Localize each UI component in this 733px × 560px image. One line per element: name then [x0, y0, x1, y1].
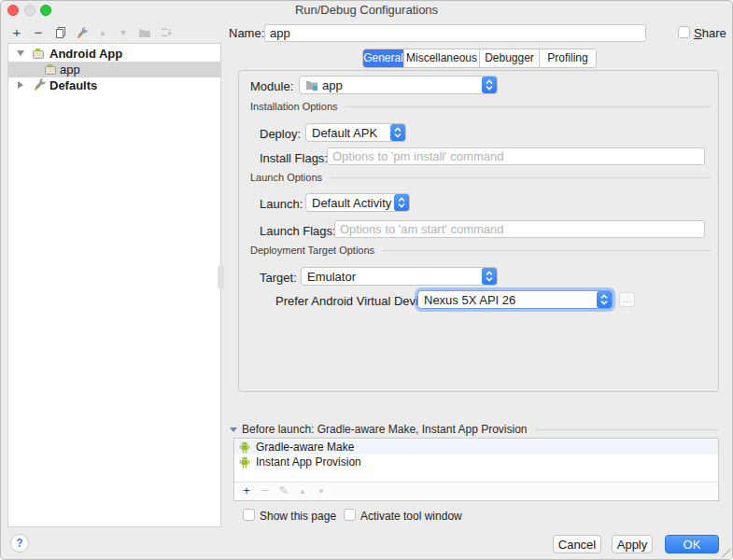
module-icon — [305, 78, 318, 91]
tab-debugger[interactable]: Debugger — [480, 49, 540, 67]
name-input[interactable] — [264, 24, 646, 42]
android-icon — [239, 441, 250, 454]
prefer-avd-select[interactable]: Nexus 5X API 26 — [417, 290, 613, 309]
move-down-icon: ▼ — [115, 24, 132, 41]
module-label: Module: — [250, 79, 293, 93]
deploy-value: Default APK — [312, 126, 377, 140]
show-this-page-checkbox[interactable] — [243, 509, 255, 521]
android-app-config-icon — [43, 62, 58, 77]
configurations-tree: Android App app Defaults — [7, 43, 221, 527]
dropdown-stepper-icon — [390, 124, 405, 141]
show-this-page-label: Show this page — [260, 510, 336, 523]
activate-tool-window-label: Activate tool window — [360, 510, 462, 523]
activate-tool-window-checkbox[interactable] — [344, 509, 356, 521]
share-mnemonic: S — [694, 26, 702, 40]
tree-item-label: app — [60, 63, 80, 77]
help-button[interactable]: ? — [10, 534, 29, 553]
deploy-label: Deploy: — [260, 127, 301, 141]
panel-splitter-handle[interactable] — [218, 265, 224, 289]
remove-icon[interactable]: − — [30, 24, 47, 41]
installation-options-separator: Installation Options — [250, 101, 712, 112]
resize-grip[interactable] — [722, 549, 731, 558]
titlebar[interactable]: Run/Debug Configurations — [0, 0, 733, 21]
launch-select[interactable]: Default Activity — [305, 193, 410, 212]
separator-line — [535, 429, 720, 430]
launch-options-header: Launch Options — [250, 172, 322, 183]
separator-line — [345, 106, 712, 107]
move-to-folder-icon — [136, 24, 153, 41]
chevron-collapsed-icon[interactable] — [18, 81, 23, 89]
target-select[interactable]: Emulator — [301, 267, 498, 286]
deploy-select[interactable]: Default APK — [305, 123, 406, 142]
module-value: app — [322, 78, 343, 92]
before-launch-header[interactable]: Before launch: Gradle-aware Make, Instan… — [230, 423, 719, 436]
task-label: Instant App Provision — [256, 455, 361, 469]
tab-profiling[interactable]: Profiling — [540, 49, 596, 67]
install-flags-input[interactable] — [327, 147, 705, 165]
task-label: Gradle-aware Make — [256, 441, 354, 454]
task-move-up-icon: ▲ — [295, 483, 310, 498]
tab-miscellaneous[interactable]: Miscellaneous — [404, 49, 480, 67]
edit-task-icon: ✎ — [276, 483, 291, 498]
copy-configuration-icon[interactable] — [52, 24, 69, 41]
android-icon — [239, 456, 250, 469]
task-toolbar: + − ✎ ▲ ▼ — [234, 482, 718, 500]
android-app-config-icon — [31, 46, 46, 61]
name-label: Name: — [229, 26, 264, 40]
window-title: Run/Debug Configurations — [0, 3, 733, 17]
add-task-icon[interactable]: + — [239, 483, 254, 498]
target-value: Emulator — [307, 270, 356, 284]
launch-flags-input[interactable] — [334, 220, 705, 238]
edit-defaults-icon[interactable] — [74, 24, 91, 41]
tree-item-defaults[interactable]: Defaults — [8, 77, 220, 93]
apply-button[interactable]: Apply — [612, 535, 653, 553]
prefer-avd-value: Nexus 5X API 26 — [424, 293, 515, 307]
share-label: Share — [694, 26, 726, 40]
before-launch-task-list: Gradle-aware Make Instant App Provision … — [233, 438, 719, 501]
dropdown-stepper-icon — [394, 194, 409, 211]
share-checkbox[interactable] — [678, 26, 690, 38]
task-row-gradle-aware-make[interactable]: Gradle-aware Make — [234, 440, 718, 455]
ok-button[interactable]: OK — [665, 535, 719, 553]
sort-configurations-icon — [158, 24, 175, 41]
dropdown-stepper-icon — [597, 291, 612, 308]
cancel-button[interactable]: Cancel — [553, 535, 601, 553]
prefer-avd-label: Prefer Android Virtual Device: — [275, 294, 434, 308]
launch-value: Default Activity — [312, 196, 391, 210]
chevron-expanded-icon[interactable] — [17, 50, 24, 56]
tree-item-label: Defaults — [49, 78, 97, 92]
move-up-icon: ▲ — [94, 24, 111, 41]
launch-flags-label: Launch Flags: — [260, 224, 336, 238]
tree-item-app[interactable]: app — [8, 62, 220, 77]
separator-line — [330, 177, 712, 178]
share-rest: hare — [702, 26, 726, 40]
launch-options-separator: Launch Options — [250, 172, 712, 183]
collapse-triangle-icon[interactable] — [230, 427, 237, 432]
deployment-target-options-header: Deployment Target Options — [250, 245, 374, 256]
module-select[interactable]: app — [299, 76, 498, 94]
settings-tab-bar: General Miscellaneous Debugger Profiling — [362, 49, 597, 68]
task-move-down-icon: ▼ — [314, 483, 329, 498]
before-launch-title: Before launch: Gradle-aware Make, Instan… — [242, 423, 528, 436]
dropdown-stepper-icon — [482, 268, 497, 285]
defaults-wrench-icon — [33, 77, 48, 92]
dropdown-stepper-icon — [482, 77, 497, 93]
tree-item-android-app[interactable]: Android App — [8, 46, 220, 62]
tab-general[interactable]: General — [363, 49, 404, 67]
add-icon[interactable]: + — [8, 24, 25, 41]
run-debug-configurations-dialog: Run/Debug Configurations + − ▲ ▼ Android… — [0, 0, 733, 560]
task-row-instant-app-provision[interactable]: Instant App Provision — [234, 455, 718, 469]
separator-line — [382, 250, 712, 251]
installation-options-header: Installation Options — [250, 101, 338, 112]
install-flags-label: Install Flags: — [260, 151, 328, 165]
tree-item-label: Android App — [49, 47, 122, 61]
target-label: Target: — [260, 271, 297, 285]
deployment-target-options-separator: Deployment Target Options — [250, 245, 712, 256]
launch-label: Launch: — [260, 197, 303, 211]
remove-task-icon: − — [258, 483, 273, 498]
avd-more-button[interactable]: … — [619, 292, 635, 307]
